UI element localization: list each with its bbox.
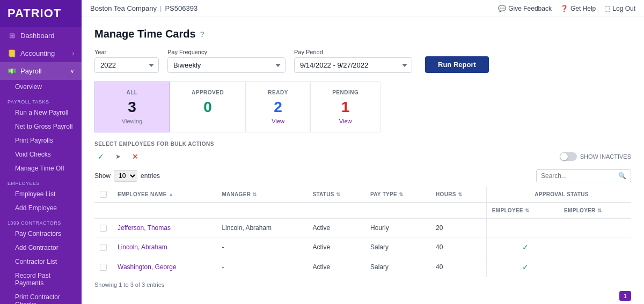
status-pending-label: PENDING	[332, 90, 358, 95]
status-all-sub: Viewing	[116, 118, 148, 124]
sidebar-item-print-payrolls[interactable]: Print Payrolls	[0, 134, 82, 147]
accounting-icon: 📒	[8, 49, 16, 57]
topbar-left: Boston Tea Company | PS506393	[90, 4, 197, 12]
sidebar-item-contractor-list[interactable]: Contractor List	[0, 255, 82, 269]
show-inactives-toggle[interactable]: SHOW INACTIVES	[560, 152, 631, 161]
freq-filter-group: Pay Frequency Biweekly	[167, 49, 286, 73]
year-filter-group: Year 2022	[94, 49, 159, 73]
sidebar-logo: PATRIOT	[0, 0, 82, 27]
status-approved-label: APPROVED	[192, 90, 224, 95]
show-entries-group: Show 10 25 50 entries	[94, 170, 160, 182]
row-status: Active	[307, 257, 365, 277]
bulk-transfer-icon[interactable]: ➤	[112, 150, 125, 163]
employee-link[interactable]: Washington, George	[118, 263, 177, 271]
period-filter-group: Pay Period 9/14/2022 - 9/27/2022	[294, 49, 412, 73]
page-help-icon[interactable]: ?	[200, 30, 205, 39]
show-inactives-label: SHOW INACTIVES	[580, 153, 631, 160]
th-employer-approval[interactable]: EMPLOYER ⇅	[559, 203, 631, 218]
sort-arrow-status: ⇅	[336, 191, 340, 197]
status-pending-view[interactable]: View	[332, 118, 358, 124]
run-report-button[interactable]: Run Report	[425, 56, 489, 73]
company-name: Boston Tea Company	[90, 4, 157, 12]
bulk-approve-icon[interactable]: ✓	[94, 150, 107, 163]
sidebar-item-employee-list[interactable]: Employee List	[0, 187, 82, 201]
sidebar-item-accounting[interactable]: 📒 Accounting ›	[0, 45, 82, 62]
page-1-button[interactable]: 1	[619, 291, 631, 301]
sidebar-item-net-to-gross[interactable]: Net to Gross Payroll	[0, 120, 82, 134]
bulk-actions-row: ✓ ➤ ✕ SHOW INACTIVES	[94, 150, 631, 163]
sidebar-item-manage-time-off[interactable]: Manage Time Off	[0, 161, 82, 175]
status-cards: ALL 3 Viewing APPROVED 0 READY 2 View PE…	[94, 81, 631, 132]
status-card-all: ALL 3 Viewing	[94, 81, 170, 132]
sort-arrow-name: ▲	[169, 191, 174, 197]
status-ready-count: 2	[268, 99, 288, 116]
sidebar-item-record-past-payments[interactable]: Record Past Payments	[0, 269, 82, 290]
row-status: Active	[307, 238, 365, 257]
status-approved-count: 0	[192, 99, 224, 116]
bulk-actions-label: SELECT EMPLOYEES FOR BULK ACTIONS	[94, 141, 631, 147]
row-checkbox[interactable]	[100, 225, 107, 232]
table-controls: Show 10 25 50 entries 🔍	[94, 169, 631, 182]
row-checkbox[interactable]	[100, 244, 107, 251]
row-employer-approval	[559, 218, 631, 238]
row-status: Active	[307, 218, 365, 238]
th-manager[interactable]: MANAGER ⇅	[216, 187, 307, 203]
search-input[interactable]	[541, 172, 616, 180]
inactives-toggle-switch[interactable]	[560, 152, 577, 161]
employee-link[interactable]: Jefferson, Thomas	[118, 224, 171, 232]
th-approval-status: APPROVAL STATUS	[486, 187, 631, 203]
sidebar-item-dashboard[interactable]: ⊞ Dashboard	[0, 27, 82, 45]
th-pay-type[interactable]: PAY TYPE ⇅	[365, 187, 430, 203]
bulk-reject-icon[interactable]: ✕	[129, 150, 142, 163]
select-all-checkbox[interactable]	[100, 191, 107, 198]
th-employee-name[interactable]: EMPLOYEE NAME ▲	[112, 187, 216, 203]
get-help-button[interactable]: ❓ Get Help	[560, 5, 596, 12]
log-out-button[interactable]: ⬚ Log Out	[604, 5, 635, 12]
year-label: Year	[94, 49, 159, 55]
th-employee-approval[interactable]: EMPLOYEE ⇅	[486, 203, 559, 218]
year-select[interactable]: 2022	[94, 57, 159, 73]
table-row: Lincoln, Abraham - Active Salary 40 ✓	[94, 238, 631, 257]
filter-row: Year 2022 Pay Frequency Biweekly Pay Per…	[94, 49, 631, 73]
employee-check-icon: ✓	[522, 243, 529, 251]
row-employee-name: Lincoln, Abraham	[112, 238, 216, 257]
bulk-action-icons: ✓ ➤ ✕	[94, 150, 142, 163]
entries-select[interactable]: 10 25 50	[114, 170, 137, 182]
company-id: PS506393	[165, 4, 197, 12]
sidebar-item-pay-contractors[interactable]: Pay Contractors	[0, 227, 82, 241]
row-manager: -	[216, 257, 307, 277]
row-manager: -	[216, 238, 307, 257]
period-select[interactable]: 9/14/2022 - 9/27/2022	[294, 57, 412, 73]
sidebar-item-add-employee[interactable]: Add Employee	[0, 201, 82, 215]
row-employee-approval: ✓	[486, 238, 559, 257]
sidebar-item-payroll[interactable]: 💵 Payroll ∨	[0, 62, 82, 80]
sidebar-item-label: Accounting	[20, 49, 55, 57]
sidebar-item-run-payroll[interactable]: Run a New Payroll	[0, 106, 82, 120]
row-pay-type: Salary	[365, 257, 430, 277]
give-feedback-button[interactable]: 💬 Give Feedback	[498, 5, 552, 12]
row-hours: 20	[430, 218, 486, 238]
row-checkbox[interactable]	[100, 264, 107, 271]
content-area: Manage Time Cards ? Year 2022 Pay Freque…	[82, 17, 644, 304]
sidebar-item-overview[interactable]: Overview	[0, 80, 82, 94]
employees-table: EMPLOYEE NAME ▲ MANAGER ⇅ STATUS ⇅ PAY T…	[94, 187, 631, 277]
row-pay-type: Hourly	[365, 218, 430, 238]
sidebar-item-void-checks[interactable]: Void Checks	[0, 147, 82, 161]
employee-link[interactable]: Lincoln, Abraham	[118, 243, 167, 251]
row-checkbox-cell	[94, 218, 112, 238]
sort-arrow-manager: ⇅	[252, 191, 257, 197]
th-hours[interactable]: HOURS ⇅	[430, 187, 486, 203]
table-body: Jefferson, Thomas Lincoln, Abraham Activ…	[94, 218, 631, 277]
page-title: Manage Time Cards ?	[94, 28, 631, 40]
row-employee-name: Washington, George	[112, 257, 216, 277]
sidebar-item-print-contractor-checks[interactable]: Print Contractor Checks	[0, 290, 82, 304]
row-employee-name: Jefferson, Thomas	[112, 218, 216, 238]
sidebar-item-add-contractor[interactable]: Add Contractor	[0, 241, 82, 255]
th-status[interactable]: STATUS ⇅	[307, 187, 365, 203]
payroll-icon: 💵	[8, 67, 16, 75]
show-label: Show	[94, 172, 111, 180]
freq-select[interactable]: Biweekly	[167, 57, 286, 73]
status-ready-view[interactable]: View	[268, 118, 288, 124]
row-hours: 40	[430, 238, 486, 257]
help-icon: ❓	[560, 5, 568, 12]
